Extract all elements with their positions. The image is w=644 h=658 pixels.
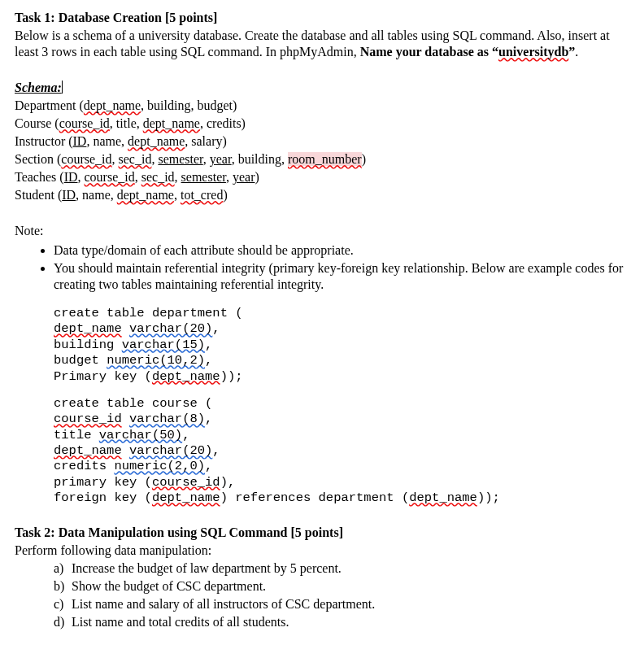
task2-item-d: d)List name and total credits of all stu… [54,614,629,630]
stu5: , [174,188,181,202]
cou3: , title, [110,116,143,130]
sec2: course_id [61,152,111,166]
tea3: , [78,170,85,184]
t2-b-lab: b) [54,578,72,595]
c1-l1: create table department ( [54,306,629,321]
sec9: , building, [232,152,288,166]
c1-l5a: Primary key ( [54,369,152,384]
tea7: , [175,170,181,184]
c2-l6: primary key (course_id), [54,475,629,490]
cou5: , credits) [200,116,246,130]
t2-b-text: Show the budget of CSC department. [72,579,266,593]
t2-a-text: Increase the budget of law department by… [72,561,342,575]
task1-desc-b: Name your database as “ [360,45,498,59]
tea10: year [233,170,255,184]
c1-l2b [122,321,129,336]
c2-l3a: title [54,428,99,442]
c1-l4b: numeric(10,2) [107,353,205,368]
c2-l4a: dept_name [54,443,122,458]
c2-l3c: , [182,428,189,442]
c1-l5c: )); [220,369,243,384]
stu7: ) [223,188,227,202]
t2-c-lab: c) [54,596,72,612]
c1-l2: dept_name varchar(20), [54,321,629,337]
schema-course: Course (course_id, title, dept_name, cre… [15,115,629,132]
c1-l4a: budget [54,353,107,368]
c1-l5: Primary key (dept_name)); [54,369,629,385]
sec11: ) [362,152,366,166]
c1-l2a: dept_name [54,321,122,336]
tea6: sec_id [141,170,175,184]
c2-l7e: )); [477,490,500,505]
cou1: Course ( [15,116,59,130]
c1-l2d: , [212,321,220,336]
c2-l5a: credits [54,459,114,473]
c2-l2a: course_id [54,412,122,426]
tea11: ) [255,170,259,184]
schema-heading: Schema: [15,80,629,96]
task1-description: Below is a schema of a university databa… [15,28,629,60]
c2-l7c: ) references department ( [220,490,410,505]
tea2: ID [64,170,78,184]
t2-d-lab: d) [54,614,72,630]
schema-instructor: Instructor (ID, name, dept_name, salary) [15,133,629,150]
c2-l7d: dept_name [409,490,477,505]
ins2: ID [73,134,87,148]
c2-l4b [122,443,129,458]
code-block-department: create table department ( dept_name varc… [54,306,629,385]
dep3: , building, budget) [141,98,237,112]
c1-l3: building varchar(15), [54,338,629,353]
sec4: sec_id [119,152,152,166]
c2-l6a: primary key ( [54,475,152,490]
sec6: semester [158,152,202,166]
text-cursor [62,81,63,94]
task1-desc-e: . [575,45,578,59]
t2-d-text: List name and total credits of all stude… [72,615,289,629]
t2-a-lab: a) [54,560,72,577]
ins3: , name, [86,134,128,148]
tea1: Teaches ( [15,170,64,184]
sec3: , [112,152,119,166]
dep2: dept_name [84,98,141,112]
c2-l3b: varchar(50) [99,428,182,442]
tea4: course_id [85,170,135,184]
sec1: Section ( [15,152,61,166]
cou2: course_id [59,116,110,130]
schema-label: Schema: [15,81,62,94]
t2-c-text: List name and salary of all instructors … [72,597,375,611]
sec10: room_number [288,152,362,166]
ins5: , salary) [185,134,227,148]
sec7: , [203,152,210,166]
c2-l7b: dept_name [152,490,220,505]
sec8: year [210,152,232,166]
task2-title: Task 2: Data Manipulation using SQL Comm… [15,525,343,539]
task1-desc-dbname: universitydb [498,45,568,59]
task2-item-b: b)Show the budget of CSC department. [54,578,629,595]
dep1: Department ( [15,98,84,112]
stu4: dept_name [117,188,174,202]
c2-l5c: , [205,459,212,473]
c2-l2c: varchar(8) [129,412,205,426]
c1-l3b: varchar(15) [122,338,205,352]
c2-l5: credits numeric(2,0), [54,459,629,474]
note-bullet-1: Data type/domain of each attribute shoul… [54,242,629,259]
c2-l2d: , [205,412,212,426]
task1-heading: Task 1: Database Creation [5 points] [15,10,629,26]
c1-l5b: dept_name [152,369,220,384]
c1-l4: budget numeric(10,2), [54,353,629,368]
c1-l3c: , [205,338,212,352]
c1-l3a: building [54,338,122,352]
stu3: , name, [76,188,117,202]
stu1: Student ( [15,188,62,202]
note-bullet-2: You should maintain referential integrit… [54,260,629,293]
task1-title: Task 1: Database Creation [5 points] [15,11,217,24]
c2-l7: foreign key (dept_name) references depar… [54,490,629,506]
task2-item-a: a)Increase the budget of law department … [54,560,629,577]
c2-l2: course_id varchar(8), [54,412,629,427]
c2-l4c: varchar(20) [129,443,212,458]
schema-department: Department (dept_name, building, budget) [15,98,629,114]
c2-l4: dept_name varchar(20), [54,443,629,459]
c2-l6c: ), [220,475,236,490]
note-heading: Note: [15,223,629,239]
ins4: dept_name [128,134,185,148]
